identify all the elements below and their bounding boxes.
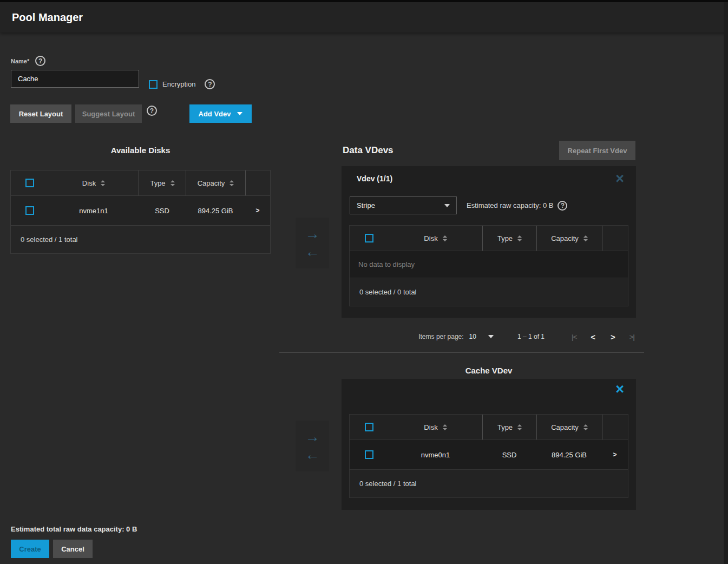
select-all-checkbox[interactable] — [25, 179, 34, 187]
row-expand-icon[interactable]: > — [255, 207, 259, 214]
reset-layout-button[interactable]: Reset Layout — [10, 104, 71, 123]
pagination-range: 1 – 1 of 1 — [517, 333, 545, 340]
capacity-column-header[interactable]: Capacity — [551, 423, 579, 431]
row-checkbox[interactable] — [365, 450, 373, 459]
type-column-header[interactable]: Type — [497, 423, 513, 431]
select-all-checkbox[interactable] — [365, 423, 373, 431]
pagination-bar: Items per page: 10 1 – 1 of 1 |< < > >| — [279, 326, 644, 347]
row-checkbox[interactable] — [25, 206, 34, 215]
table-footer: 0 selected / 0 total — [350, 278, 628, 306]
dropdown-caret-icon — [444, 204, 450, 207]
items-per-page-caret-icon[interactable] — [488, 335, 494, 338]
cache-vdev-mover: → ← — [296, 421, 329, 471]
disk-column-header[interactable]: Disk — [82, 179, 96, 187]
empty-table-message: No data to display — [350, 251, 628, 278]
vdev-close-icon[interactable]: × — [615, 172, 624, 186]
disk-name: nvme0n1 — [421, 451, 450, 459]
encryption-row: Encryption ? — [149, 79, 215, 89]
table-row[interactable]: nvme0n1 SSD 894.25 GiB > — [350, 440, 628, 470]
sort-icon[interactable] — [443, 424, 447, 430]
app-bar: Pool Manager — [0, 0, 728, 32]
data-vdev-mover: → ← — [296, 218, 329, 268]
vdev-panel-title: Vdev (1/1) — [357, 174, 392, 183]
cache-vdev-panel: × Disk Type Capacity n — [342, 379, 636, 510]
vdev-panel: Vdev (1/1) × Stripe Estimated raw capaci… — [342, 166, 636, 318]
cancel-button[interactable]: Cancel — [53, 540, 93, 558]
add-vdev-label: Add Vdev — [199, 110, 231, 118]
encryption-help-icon[interactable]: ? — [205, 79, 215, 89]
suggest-layout-button[interactable]: Suggest Layout — [75, 104, 142, 123]
sort-icon[interactable] — [170, 180, 175, 186]
disk-capacity: 894.25 GiB — [198, 207, 233, 215]
section-divider — [279, 352, 644, 353]
sort-icon[interactable] — [229, 180, 234, 186]
pool-manager-screen: Pool Manager Name* ? Encryption ? Reset … — [0, 0, 728, 564]
items-per-page-value[interactable]: 10 — [469, 333, 476, 340]
sort-icon[interactable] — [517, 235, 522, 241]
encryption-label: Encryption — [162, 80, 195, 88]
vdev-disks-table: Disk Type Capacity No data to display 0 … — [349, 225, 628, 306]
table-header-row: Disk Type Capacity — [11, 170, 270, 196]
scrollbar[interactable] — [724, 2, 728, 564]
table-header-row: Disk Type Capacity — [350, 226, 628, 251]
name-label: Name* — [11, 58, 29, 64]
table-footer: 0 selected / 1 total — [350, 470, 628, 497]
disk-name: nvme1n1 — [79, 207, 108, 215]
cache-vdev-table: Disk Type Capacity nvme0n1 SSD 894.25 Gi… — [349, 414, 628, 498]
row-expand-icon[interactable]: > — [613, 451, 616, 458]
encryption-checkbox[interactable] — [149, 80, 158, 89]
name-field-row: Name* ? — [11, 56, 45, 66]
estimated-total-capacity: Estimated total raw data capacity: 0 B — [11, 525, 137, 533]
select-all-checkbox[interactable] — [365, 234, 373, 242]
move-left-icon[interactable]: ← — [305, 245, 320, 259]
disk-type: SSD — [155, 207, 169, 215]
table-footer: 0 selected / 1 total — [11, 226, 270, 253]
repeat-first-vdev-button[interactable]: Repeat First Vdev — [559, 141, 635, 160]
create-button[interactable]: Create — [11, 540, 49, 558]
vdev-layout-select[interactable]: Stripe — [350, 196, 457, 214]
cache-vdev-title: Cache VDev — [342, 366, 636, 375]
move-right-icon[interactable]: → — [305, 227, 320, 241]
vdev-layout-value: Stripe — [357, 201, 375, 209]
estimated-raw-capacity: Estimated raw capacity: 0 B — [467, 201, 553, 209]
page-title: Pool Manager — [12, 11, 83, 24]
capacity-help-icon[interactable]: ? — [558, 201, 567, 211]
sort-icon[interactable] — [443, 235, 447, 241]
disk-type: SSD — [502, 451, 517, 459]
layout-help-icon[interactable]: ? — [147, 106, 157, 116]
disk-column-header[interactable]: Disk — [424, 234, 437, 242]
sort-icon[interactable] — [101, 180, 105, 186]
available-disks-title: Available Disks — [10, 146, 271, 155]
capacity-column-header[interactable]: Capacity — [551, 234, 579, 242]
capacity-column-header[interactable]: Capacity — [198, 179, 225, 187]
type-column-header[interactable]: Type — [497, 234, 513, 242]
add-vdev-button[interactable]: Add Vdev — [189, 104, 252, 123]
cache-vdev-close-icon[interactable]: × — [615, 382, 624, 397]
items-per-page-label: Items per page: — [418, 333, 463, 340]
first-page-icon[interactable]: |< — [572, 333, 576, 341]
next-page-icon[interactable]: > — [611, 332, 615, 342]
sort-icon[interactable] — [583, 235, 588, 241]
table-header-row: Disk Type Capacity — [350, 415, 628, 440]
sort-icon[interactable] — [517, 424, 522, 430]
previous-page-icon[interactable]: < — [591, 332, 595, 342]
move-left-icon[interactable]: ← — [305, 448, 320, 462]
move-right-icon[interactable]: → — [305, 430, 320, 444]
last-page-icon[interactable]: >| — [629, 333, 634, 341]
available-disks-table: Disk Type Capacity nvme1n1 SSD 894.25 Gi… — [10, 170, 271, 254]
sort-icon[interactable] — [583, 424, 588, 430]
disk-capacity: 894.25 GiB — [552, 451, 587, 459]
dropdown-caret-icon — [237, 112, 242, 115]
disk-column-header[interactable]: Disk — [424, 423, 437, 431]
name-help-icon[interactable]: ? — [35, 56, 45, 66]
data-vdevs-title: Data VDevs — [343, 145, 393, 156]
table-row[interactable]: nvme1n1 SSD 894.25 GiB > — [11, 196, 270, 226]
type-column-header[interactable]: Type — [150, 179, 165, 187]
estimated-raw-capacity-row: Estimated raw capacity: 0 B ? — [467, 196, 567, 214]
pool-name-input[interactable] — [11, 70, 139, 88]
